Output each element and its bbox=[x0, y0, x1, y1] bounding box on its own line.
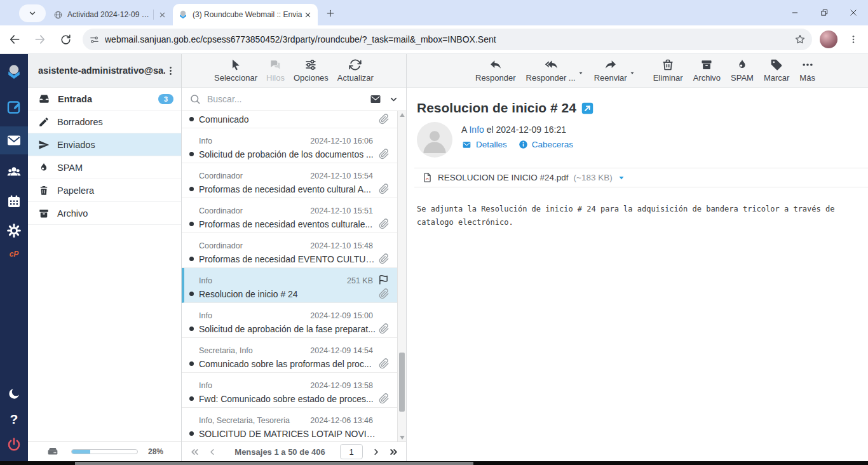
new-tab-button[interactable] bbox=[322, 4, 339, 22]
message-row[interactable]: Info2024-12-09 15:00 Solicitud de aproba… bbox=[182, 303, 406, 338]
restore-button[interactable] bbox=[810, 0, 839, 25]
flag-icon[interactable] bbox=[378, 274, 389, 285]
search-options-chevron-icon[interactable] bbox=[389, 95, 398, 104]
recipient-link[interactable]: Info bbox=[469, 125, 484, 135]
message-row[interactable]: Secretaria, Info2024-12-09 14:54 Comunic… bbox=[182, 338, 406, 373]
message-row[interactable]: Coordinador2024-12-10 15:48 Proformas de… bbox=[182, 233, 406, 268]
details-toggle[interactable]: Detalles bbox=[461, 140, 507, 149]
list-scrollbar[interactable] bbox=[397, 111, 406, 441]
search-icon bbox=[189, 93, 201, 105]
roundcube-logo[interactable] bbox=[0, 59, 28, 84]
url-text[interactable]: webmail.sanjuan.gob.ec/cpsess6773850452/… bbox=[105, 34, 794, 44]
first-page-button[interactable] bbox=[187, 444, 202, 459]
trash-icon bbox=[38, 185, 50, 196]
dark-mode-button[interactable] bbox=[0, 381, 28, 407]
help-button[interactable]: ? bbox=[0, 407, 28, 432]
compose-button[interactable] bbox=[0, 95, 28, 120]
message-row[interactable]: Info, Secretaria, Tesoreria2024-12-06 13… bbox=[182, 408, 406, 441]
power-icon bbox=[6, 437, 22, 452]
tab-actividad[interactable]: Actividad 2024-12-09 08:00:00 bbox=[48, 4, 173, 25]
forward-button[interactable]: Reenviar bbox=[594, 58, 627, 83]
browser-menu-button[interactable] bbox=[844, 30, 863, 49]
message-row[interactable]: Coordinador2024-12-10 15:54 Proformas de… bbox=[182, 163, 406, 198]
back-button[interactable] bbox=[4, 29, 25, 50]
headers-toggle[interactable]: Cabeceras bbox=[519, 140, 573, 149]
attachment-size: (~183 KB) bbox=[574, 173, 613, 182]
select-button[interactable]: Seleccionar bbox=[214, 58, 257, 83]
scroll-down-icon[interactable] bbox=[399, 435, 405, 440]
rail-mail-button[interactable] bbox=[0, 126, 28, 154]
sidebar-item-sent[interactable]: Enviados bbox=[28, 133, 181, 156]
page-number-input[interactable] bbox=[340, 444, 363, 459]
attachment-menu-caret[interactable] bbox=[618, 174, 625, 182]
tab-divider bbox=[153, 10, 154, 20]
pencil-icon bbox=[38, 116, 50, 128]
roundcube-logo-icon bbox=[5, 63, 23, 81]
forward-dropdown-caret[interactable] bbox=[629, 70, 635, 76]
quota-progress bbox=[71, 449, 138, 454]
mark-button[interactable]: Marcar bbox=[764, 58, 789, 83]
refresh-button[interactable]: Actualizar bbox=[337, 58, 374, 83]
sidebar-item-spam[interactable]: SPAM bbox=[28, 156, 181, 179]
reload-button[interactable] bbox=[55, 29, 76, 50]
sidebar-item-archive[interactable]: Archivo bbox=[28, 202, 181, 225]
quota-bar: 28% bbox=[28, 441, 181, 461]
message-row[interactable]: Coordinador2024-12-10 15:51 Proformas de… bbox=[182, 198, 406, 233]
sidebar-item-drafts[interactable]: Borradores bbox=[28, 111, 181, 133]
sidebar-item-inbox[interactable]: Entrada 3 bbox=[28, 88, 181, 111]
attachment-name[interactable]: RESOLUCION DE INICIO #24.pdf bbox=[438, 173, 569, 182]
message-row[interactable]: Info2024-12-10 16:06 Solicitud de probac… bbox=[182, 128, 406, 163]
chevron-left-icon bbox=[208, 447, 217, 457]
tab-search-button[interactable] bbox=[19, 4, 46, 22]
minimize-button[interactable] bbox=[780, 0, 810, 25]
url-bar[interactable]: webmail.sanjuan.gob.ec/cpsess6773850452/… bbox=[83, 29, 812, 50]
scroll-up-icon[interactable] bbox=[399, 112, 405, 118]
tab-close-button[interactable] bbox=[302, 9, 314, 20]
rail-contacts-button[interactable] bbox=[0, 159, 28, 185]
more-button[interactable]: Más bbox=[799, 58, 815, 83]
prev-page-button[interactable] bbox=[205, 444, 220, 459]
rail-settings-button[interactable] bbox=[0, 218, 28, 243]
paperclip-icon bbox=[379, 253, 390, 264]
message-row-selected[interactable]: Info251 KB Resolucion de inicio # 24 bbox=[182, 268, 406, 303]
site-settings-icon[interactable] bbox=[89, 34, 100, 45]
close-window-button[interactable] bbox=[839, 0, 868, 25]
logout-button[interactable] bbox=[0, 432, 28, 457]
delete-button[interactable]: Eliminar bbox=[653, 58, 683, 83]
next-page-button[interactable] bbox=[368, 444, 383, 459]
account-menu-button[interactable] bbox=[165, 65, 176, 76]
search-input[interactable] bbox=[207, 94, 369, 104]
double-chevron-right-icon bbox=[388, 447, 399, 457]
tab-close-button[interactable] bbox=[156, 9, 168, 20]
message-row[interactable]: Comunicado bbox=[182, 111, 406, 128]
open-in-new-window-icon[interactable] bbox=[581, 102, 593, 114]
archive-button[interactable]: Archivo bbox=[693, 58, 721, 83]
kebab-menu-icon bbox=[848, 34, 858, 44]
tab-roundcube[interactable]: (3) Roundcube Webmail :: Envia bbox=[173, 4, 318, 25]
browser-profile-avatar[interactable] bbox=[820, 30, 837, 48]
mail-toolbar: Responder Responder ... Reenviar Elimina… bbox=[407, 54, 868, 88]
reply-all-dropdown-caret[interactable] bbox=[578, 70, 584, 76]
quota-progress-fill bbox=[72, 450, 90, 454]
chevron-right-icon bbox=[371, 447, 381, 457]
forward-button[interactable] bbox=[29, 29, 51, 50]
rail-calendar-button[interactable] bbox=[0, 189, 28, 214]
paperclip-icon bbox=[379, 358, 390, 369]
pagination-bar: Mensajes 1 a 50 de 406 bbox=[182, 441, 406, 461]
reply-button[interactable]: Responder bbox=[475, 58, 516, 83]
reply-all-button[interactable]: Responder ... bbox=[526, 58, 576, 83]
attachment-bar[interactable]: RESOLUCION DE INICIO #24.pdf (~183 KB) bbox=[414, 168, 868, 187]
bookmark-star-icon[interactable] bbox=[794, 34, 806, 45]
close-icon bbox=[849, 8, 858, 17]
sidebar-item-trash[interactable]: Papelera bbox=[28, 179, 181, 202]
tag-icon bbox=[770, 58, 783, 71]
options-button[interactable]: Opciones bbox=[294, 58, 329, 83]
fireball-icon bbox=[38, 162, 50, 173]
threads-button[interactable]: Hilos bbox=[266, 58, 285, 83]
spam-button[interactable]: SPAM bbox=[731, 58, 754, 83]
search-scope-mail-icon[interactable] bbox=[369, 93, 383, 105]
scrollbar-thumb[interactable] bbox=[399, 353, 405, 412]
cpanel-button[interactable]: cP bbox=[0, 245, 28, 264]
message-row[interactable]: Info2024-12-09 13:58 Fwd: Comunicado sob… bbox=[182, 373, 406, 408]
last-page-button[interactable] bbox=[386, 444, 401, 459]
